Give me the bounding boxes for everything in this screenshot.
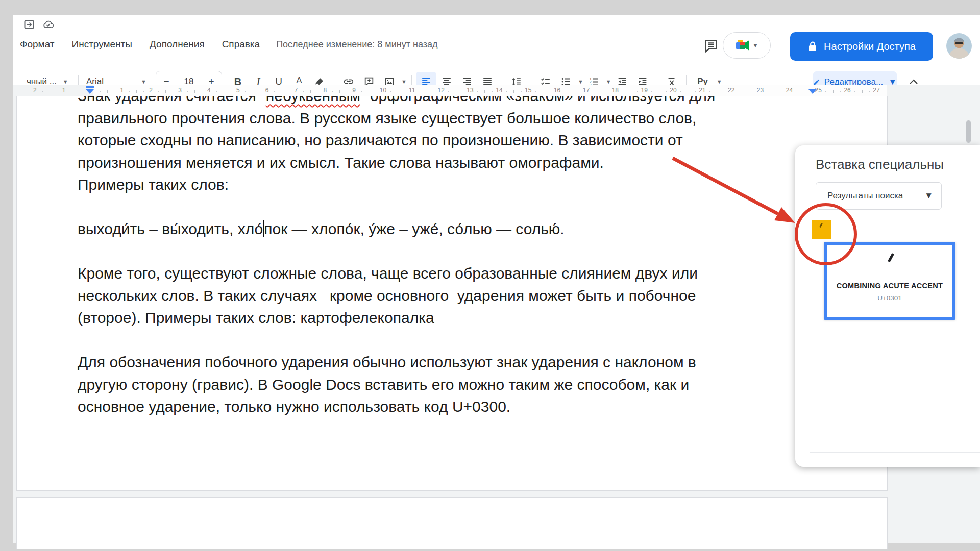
ruler-tick — [565, 91, 565, 92]
share-button-label: Настройки Доступа — [824, 41, 916, 53]
vertical-scrollbar[interactable] — [966, 120, 971, 143]
ruler-tick — [187, 91, 188, 92]
ruler-tick — [202, 91, 202, 92]
ruler-tick — [572, 90, 572, 93]
chevron-down-icon[interactable]: ▼ — [606, 79, 611, 85]
ruler-tick — [398, 90, 398, 93]
ruler-tick — [448, 91, 449, 92]
line-text: выходи́ть – вы́ходить, хло́ — [78, 220, 263, 237]
paragraph-line: другую сторону (гравис). В Google Docs в… — [78, 373, 833, 396]
line-text: пок — хлопо́к, у́же – уже́, со́лью — сол… — [264, 220, 565, 237]
ruler-tick — [420, 91, 420, 92]
chevron-down-icon[interactable]: ▼ — [578, 79, 583, 85]
selected-character-cell[interactable] — [812, 220, 831, 239]
ruler-number: 1 — [62, 87, 66, 94]
menu-tools[interactable]: Инструменты — [71, 38, 133, 51]
chevron-down-icon: ▼ — [63, 79, 68, 85]
ruler-tick — [659, 90, 659, 93]
ruler-tick — [492, 91, 493, 92]
menu-bar: Формат Инструменты Дополнения Справка По… — [19, 37, 438, 52]
ruler-tick — [50, 90, 50, 93]
ruler-tick — [332, 91, 333, 92]
blank-line — [78, 240, 833, 263]
first-line-indent-marker[interactable] — [86, 86, 94, 88]
move-to-folder-icon[interactable] — [23, 18, 35, 31]
ruler-tick — [637, 91, 638, 92]
ruler-tick — [165, 90, 166, 93]
ruler-page-area — [93, 85, 887, 96]
character-name: COMBINING ACUTE ACCENT — [827, 282, 952, 290]
join-meet-button[interactable]: ▼ — [723, 32, 771, 59]
ruler-number: 19 — [641, 87, 647, 94]
account-avatar[interactable] — [946, 33, 972, 59]
ruler-number: 15 — [525, 87, 531, 94]
ruler-number: 17 — [583, 87, 590, 94]
ruler-number: 10 — [380, 87, 386, 94]
panel-title: Вставка специальны — [816, 157, 944, 172]
menu-help[interactable]: Справка — [221, 38, 261, 51]
paragraph-line: произношения меняется и их смысл. Такие … — [78, 152, 833, 174]
ruler-tick — [854, 91, 855, 92]
ruler-number: 23 — [757, 87, 764, 94]
ruler-tick — [115, 91, 115, 92]
ruler-tick — [253, 90, 253, 93]
ruler-tick — [79, 90, 79, 93]
ruler-number: 24 — [786, 87, 793, 94]
ruler-number: 16 — [554, 87, 560, 94]
acute-accent-glyph — [819, 223, 823, 228]
acute-accent-glyph — [888, 253, 894, 262]
chevron-down-icon[interactable]: ▼ — [401, 79, 407, 85]
ruler-tick — [57, 91, 57, 92]
ruler-number: 13 — [467, 87, 473, 94]
ruler-tick — [651, 91, 652, 92]
ruler-tick — [825, 91, 826, 92]
ruler-tick — [245, 91, 246, 92]
ruler-tick — [579, 91, 579, 92]
document-text[interactable]: Знак ударения считается "небуквенным" ор… — [78, 85, 833, 418]
ruler-tick — [768, 91, 768, 92]
paragraph-line: основное ударение, только нужно использо… — [78, 395, 833, 418]
paragraph-line: Примеры таких слов: — [78, 173, 833, 196]
menu-addons[interactable]: Дополнения — [149, 38, 206, 51]
ruler-tick — [136, 90, 137, 93]
ruler-tick — [833, 90, 834, 93]
ruler-tick — [775, 90, 775, 93]
ruler-tick — [173, 91, 173, 92]
document-status-cloud-icon[interactable] — [42, 18, 55, 31]
ruler-tick — [709, 91, 710, 92]
chevron-down-icon[interactable]: ▼ — [717, 79, 722, 85]
paragraph-line: нескольких слов. В таких случаях кроме о… — [78, 285, 833, 307]
ruler-tick — [224, 90, 224, 93]
ruler-tick — [623, 91, 623, 92]
ruler-tick — [158, 91, 159, 92]
menu-format[interactable]: Формат — [19, 38, 56, 51]
google-docs-window: Знак ударения считается "небуквенным" ор… — [0, 0, 980, 551]
ruler-tick — [282, 90, 282, 93]
ruler[interactable]: 1234567891011121314151617181920212223242… — [13, 85, 980, 96]
ruler-number: 21 — [699, 87, 705, 94]
ruler-tick — [289, 91, 289, 92]
ruler-tick — [724, 91, 724, 92]
left-indent-marker[interactable] — [86, 89, 94, 94]
share-settings-button[interactable]: Настройки Доступа — [790, 32, 933, 61]
ruler-number: 2 — [33, 87, 37, 94]
ruler-tick — [42, 91, 43, 92]
open-comments-icon[interactable] — [701, 36, 721, 56]
ruler-tick — [666, 91, 667, 92]
ruler-tick — [782, 91, 782, 92]
ruler-tick — [535, 91, 536, 92]
paragraph-line: Для обозначения побочного ударения обычн… — [78, 351, 833, 373]
last-edited-link[interactable]: Последнее изменение: 8 минут назад — [276, 39, 437, 50]
ruler-tick — [869, 91, 870, 92]
ruler-tick — [361, 91, 362, 92]
google-meet-icon — [736, 39, 750, 52]
ruler-number: 26 — [844, 87, 850, 94]
ruler-tick — [463, 91, 463, 92]
right-indent-marker[interactable] — [808, 89, 817, 94]
ruler-tick — [746, 90, 746, 93]
ruler-number: 8 — [323, 87, 327, 94]
document-page-2[interactable] — [16, 497, 888, 549]
ruler-tick — [506, 91, 507, 92]
category-dropdown[interactable]: Результаты поиска ▼ — [816, 182, 942, 210]
ruler-tick — [390, 91, 391, 92]
